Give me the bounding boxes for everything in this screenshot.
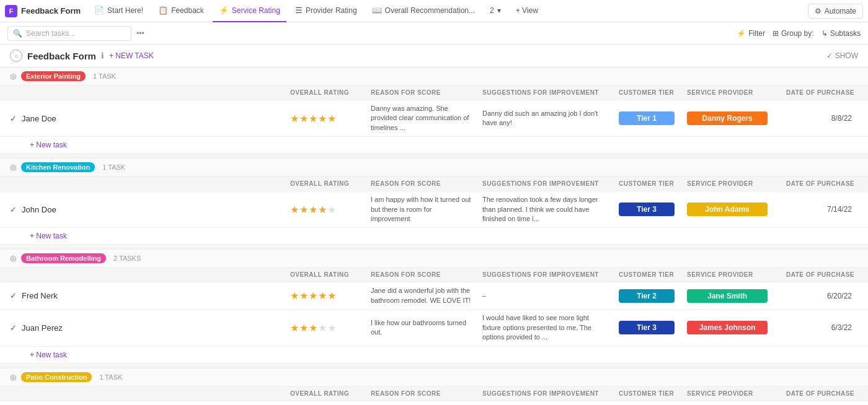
section-task-count-patio-construction: 1 TASK (99, 373, 122, 381)
col-header-0 (0, 389, 285, 398)
show-label: ✓ SHOW (826, 51, 858, 60)
star-filled: ★ (318, 204, 327, 216)
new-task-row[interactable]: + New task (0, 137, 868, 154)
overall-rec-icon: 📖 (372, 6, 382, 15)
task-name: John Doe (22, 205, 56, 214)
group-by-btn[interactable]: ⊞ Group by: (773, 29, 814, 38)
star-filled: ★ (318, 290, 327, 302)
tab-more-views[interactable]: 2 ▾ (484, 0, 507, 22)
automate-label: Automate (825, 7, 856, 15)
suggestions-cell: I would have liked to see more light fix… (477, 310, 614, 346)
date-cell: 6/20/22 (781, 288, 862, 304)
group-by-label: Group by: (781, 29, 814, 38)
star-filled: ★ (318, 113, 327, 124)
star-filled: ★ (309, 204, 317, 216)
section-header-exterior-painting: ◎ Exterior Painting 1 TASK (0, 68, 868, 85)
star-filled: ★ (309, 322, 317, 334)
col-header-2: REASON FOR SCORE (366, 389, 477, 398)
section-toggle-exterior-painting[interactable]: ◎ (10, 72, 16, 81)
star-empty: ★ (327, 204, 336, 216)
tab-provider-rating-label: Provider Rating (306, 6, 357, 15)
collapse-btn[interactable]: ○ (10, 50, 22, 62)
section-header-patio-construction: ◎ Patio Construction 1 TASK (0, 368, 868, 386)
col-header-4: CUSTOMER TIER (614, 270, 682, 279)
check-icon: ✓ (10, 323, 17, 333)
star-filled: ★ (299, 322, 308, 334)
section-toggle-bathroom-remodelling[interactable]: ◎ (10, 254, 16, 263)
col-headers-kitchen-renovation: OVERALL RATINGREASON FOR SCORESUGGESTION… (0, 176, 868, 191)
col-headers-exterior-painting: OVERALL RATINGREASON FOR SCORESUGGESTION… (0, 85, 868, 100)
table-row[interactable]: ✓ Juan Perez ★★★★★ I like how our bathro… (0, 310, 868, 346)
subtasks-btn[interactable]: ↳ Subtasks (822, 29, 861, 38)
star-filled: ★ (290, 204, 299, 216)
table-row[interactable]: ✓ Tom Cobley ★★★★★ The price was totally… (0, 401, 868, 405)
date-cell: 8/8/22 (781, 110, 862, 126)
section-toggle-kitchen-renovation[interactable]: ◎ (10, 163, 16, 172)
show-button[interactable]: ✓ SHOW (826, 51, 858, 60)
logo-icon: F (5, 5, 17, 17)
tier-cell: Tier 1 (614, 108, 682, 129)
provider-cell: Danny Rogers (682, 108, 781, 129)
tab-provider-rating[interactable]: ☰ Provider Rating (289, 0, 363, 22)
tab-overall-rec-label: Overall Recommendation... (385, 6, 475, 15)
section-kitchen-renovation: ◎ Kitchen Renovation 1 TASK OVERALL RATI… (0, 159, 868, 250)
section-toggle-patio-construction[interactable]: ◎ (10, 373, 16, 381)
tab-service-rating[interactable]: ⚡ Service Rating (213, 0, 286, 22)
search-box[interactable]: 🔍 Search tasks... (7, 26, 131, 41)
section-divider (0, 245, 868, 250)
col-header-1: OVERALL RATING (285, 270, 366, 279)
main-content: ◎ Exterior Painting 1 TASK OVERALL RATIN… (0, 68, 868, 405)
tab-feedback-label: Feedback (171, 6, 204, 15)
provider-cell: Jane Smith (682, 285, 781, 307)
table-row[interactable]: ✓ Fred Nerk ★★★★★ Jane did a wonderful j… (0, 282, 868, 310)
rating-cell: ★★★★★ (285, 200, 366, 219)
col-headers-patio-construction: OVERALL RATINGREASON FOR SCORESUGGESTION… (0, 386, 868, 401)
top-nav: F Feedback Form 📄 Start Here! 📋 Feedback… (0, 0, 868, 22)
add-view-label: + View (516, 6, 538, 15)
new-task-row[interactable]: + New task (0, 347, 868, 364)
tab-overall-recommendation[interactable]: 📖 Overall Recommendation... (366, 0, 481, 22)
col-header-0 (0, 179, 285, 188)
tab-service-rating-label: Service Rating (232, 6, 280, 15)
reason-cell: I like how our bathrooms turned out. (366, 315, 477, 341)
service-provider-badge: Jane Smith (687, 289, 768, 303)
automate-button[interactable]: ⚙ Automate (808, 4, 863, 19)
suggestions-cell: Danny did such an amazing job I don't ha… (477, 105, 614, 132)
table-row[interactable]: ✓ John Doe ★★★★★ I am happy with how it … (0, 191, 868, 228)
tier-cell: Tier 2 (614, 285, 682, 307)
col-header-3: SUGGESTIONS FOR IMPROVEMENT (477, 179, 614, 188)
rating-cell: ★★★★★ (285, 286, 366, 305)
col-header-1: OVERALL RATING (285, 179, 366, 188)
filter-btn[interactable]: ⚡ Filter (737, 29, 765, 38)
new-task-row[interactable]: + New task (0, 228, 868, 245)
star-filled: ★ (299, 204, 308, 216)
tier-cell: Tier 3 (614, 199, 682, 220)
search-icon: 🔍 (13, 29, 22, 38)
section-task-count-exterior-painting: 1 TASK (93, 72, 116, 80)
col-header-5: SERVICE PROVIDER (682, 88, 781, 97)
task-name-cell: ✓ Fred Nerk (0, 286, 285, 305)
col-header-2: REASON FOR SCORE (366, 88, 477, 97)
col-header-1: OVERALL RATING (285, 389, 366, 398)
tab-start[interactable]: 📄 Start Here! (88, 0, 149, 22)
star-filled: ★ (327, 113, 336, 124)
col-header-2: REASON FOR SCORE (366, 270, 477, 279)
suggestions-cell: There needs to be better communication b… (477, 401, 614, 405)
table-row[interactable]: ✓ Jane Doe ★★★★★ Danny was amazing. She … (0, 100, 868, 137)
service-provider-badge: James Johnson (687, 321, 768, 334)
add-view-btn[interactable]: + View (510, 0, 544, 22)
section-exterior-painting: ◎ Exterior Painting 1 TASK OVERALL RATIN… (0, 68, 868, 159)
check-icon: ✓ (10, 114, 17, 123)
new-task-button[interactable]: + NEW TASK (109, 51, 154, 60)
col-header-5: SERVICE PROVIDER (682, 389, 781, 398)
more-views-count: 2 (490, 6, 494, 15)
group-by-icon: ⊞ (773, 29, 779, 38)
chevron-down-icon: ▾ (497, 6, 501, 15)
tab-feedback[interactable]: 📋 Feedback (152, 0, 210, 22)
info-icon[interactable]: ℹ (101, 51, 104, 60)
date-cell: 7/14/22 (781, 201, 862, 217)
star-filled: ★ (299, 113, 308, 124)
customer-tier-badge: Tier 3 (619, 202, 675, 216)
ellipsis-icon[interactable]: ••• (136, 29, 144, 38)
col-header-4: CUSTOMER TIER (614, 88, 682, 97)
